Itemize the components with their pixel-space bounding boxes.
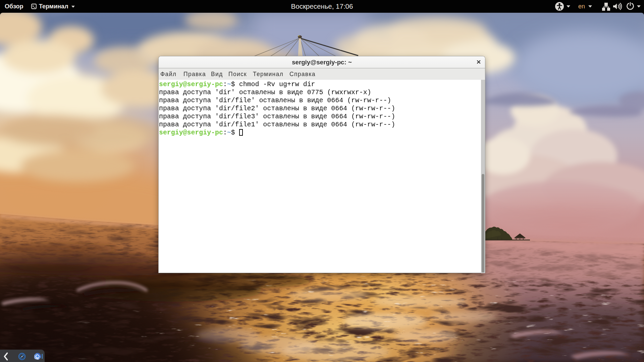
svg-text:en: en	[578, 3, 585, 10]
